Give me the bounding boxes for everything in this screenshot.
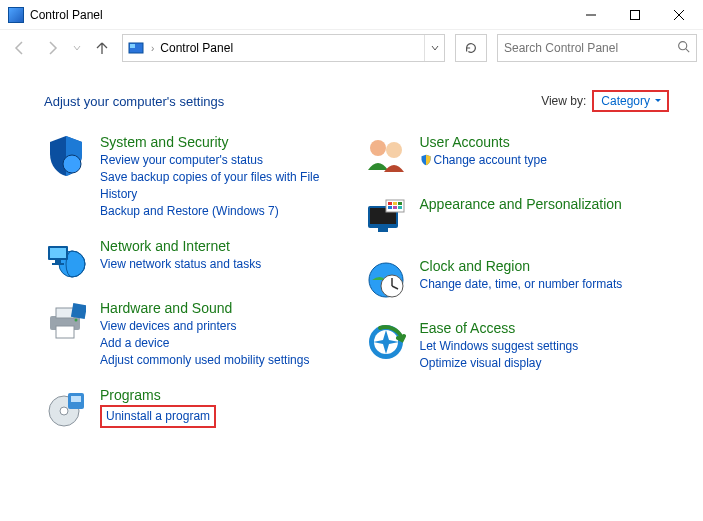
svg-rect-22 [71,396,81,402]
svg-rect-1 [631,10,640,19]
search-input[interactable] [504,41,677,55]
svg-point-6 [679,42,687,50]
shield-icon [44,134,88,178]
appearance-icon [364,196,408,240]
svg-point-24 [386,142,402,158]
chevron-right-icon[interactable]: › [149,43,156,54]
svg-rect-34 [398,206,402,209]
svg-point-20 [60,407,68,415]
category-network-internet: Network and Internet View network status… [44,238,350,282]
category-link[interactable]: Let Windows suggest settings [420,338,670,355]
svg-rect-18 [71,303,86,319]
up-button[interactable] [88,34,116,62]
location-icon [127,39,145,57]
category-title[interactable]: Programs [100,387,350,403]
svg-rect-32 [388,206,392,209]
category-link[interactable]: View devices and printers [100,318,350,335]
address-bar[interactable]: › Control Panel [122,34,445,62]
left-column: System and Security Review your computer… [44,134,350,431]
category-link[interactable]: Add a device [100,335,350,352]
view-by-value: Category [601,94,650,108]
users-icon [364,134,408,178]
category-link[interactable]: Adjust commonly used mobility settings [100,352,350,369]
category-link[interactable]: Change date, time, or number formats [420,276,670,293]
category-appearance: Appearance and Personalization [364,196,670,240]
category-link[interactable]: Optimize visual display [420,355,670,372]
nav-toolbar: › Control Panel [0,30,703,66]
maximize-button[interactable] [613,1,657,29]
svg-rect-5 [130,44,135,48]
category-hardware-sound: Hardware and Sound View devices and prin… [44,300,350,369]
view-by-label: View by: [541,94,586,108]
back-button[interactable] [6,34,34,62]
category-link[interactable]: Review your computer's status [100,152,350,169]
svg-rect-31 [398,202,402,205]
shield-small-icon [420,154,432,166]
page-heading: Adjust your computer's settings [44,94,224,109]
category-link[interactable]: View network status and tasks [100,256,350,273]
category-title[interactable]: System and Security [100,134,350,150]
close-button[interactable] [657,1,701,29]
minimize-button[interactable] [569,1,613,29]
search-icon[interactable] [677,40,690,56]
svg-rect-30 [393,202,397,205]
category-title[interactable]: User Accounts [420,134,670,150]
category-title[interactable]: Hardware and Sound [100,300,350,316]
window-title: Control Panel [30,8,103,22]
svg-point-17 [75,319,78,322]
address-dropdown[interactable] [424,35,444,61]
category-title[interactable]: Clock and Region [420,258,670,274]
category-link[interactable]: Save backup copies of your files with Fi… [100,169,350,203]
category-columns: System and Security Review your computer… [44,134,669,431]
forward-button[interactable] [38,34,66,62]
category-link-text: Change account type [434,153,547,167]
svg-rect-11 [50,248,66,258]
search-box[interactable] [497,34,697,62]
breadcrumb-item[interactable]: Control Panel [156,39,237,57]
ease-of-access-icon [364,320,408,364]
control-panel-icon [8,7,24,23]
svg-point-23 [370,140,386,156]
svg-rect-12 [55,260,61,263]
svg-rect-13 [52,263,64,265]
clock-icon [364,258,408,302]
svg-rect-16 [56,326,74,338]
category-clock-region: Clock and Region Change date, time, or n… [364,258,670,302]
right-column: User Accounts Change account type Appear… [364,134,670,431]
content-area: Adjust your computer's settings View by:… [0,66,703,443]
svg-rect-27 [378,228,388,232]
svg-rect-33 [393,206,397,209]
svg-line-7 [686,49,689,52]
disc-icon [44,387,88,431]
refresh-button[interactable] [455,34,487,62]
uninstall-link[interactable]: Uninstall a program [106,409,210,423]
category-title[interactable]: Appearance and Personalization [420,196,670,212]
recent-dropdown[interactable] [70,34,84,62]
highlight-box-viewby: Category [592,90,669,112]
category-user-accounts: User Accounts Change account type [364,134,670,178]
svg-point-8 [63,155,81,173]
printer-icon [44,300,88,344]
highlight-box-uninstall: Uninstall a program [100,405,216,428]
view-by-dropdown[interactable]: Category [595,93,666,109]
svg-rect-29 [388,202,392,205]
globe-icon [44,238,88,282]
category-programs: Programs Uninstall a program [44,387,350,431]
title-bar: Control Panel [0,0,703,30]
category-title[interactable]: Ease of Access [420,320,670,336]
category-system-security: System and Security Review your computer… [44,134,350,220]
chevron-down-icon [654,97,662,105]
category-ease-of-access: Ease of Access Let Windows suggest setti… [364,320,670,372]
category-title[interactable]: Network and Internet [100,238,350,254]
category-link[interactable]: Backup and Restore (Windows 7) [100,203,350,220]
content-header: Adjust your computer's settings View by:… [44,90,669,112]
category-link[interactable]: Change account type [420,152,670,169]
view-by-control: View by: Category [541,90,669,112]
